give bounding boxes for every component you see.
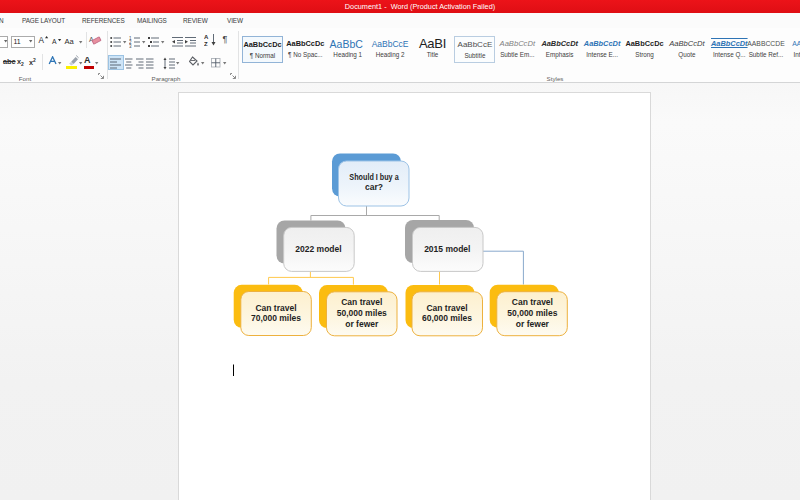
svg-text:A: A xyxy=(204,34,209,40)
svg-text:3: 3 xyxy=(129,43,132,48)
svg-text:Z: Z xyxy=(204,41,208,47)
